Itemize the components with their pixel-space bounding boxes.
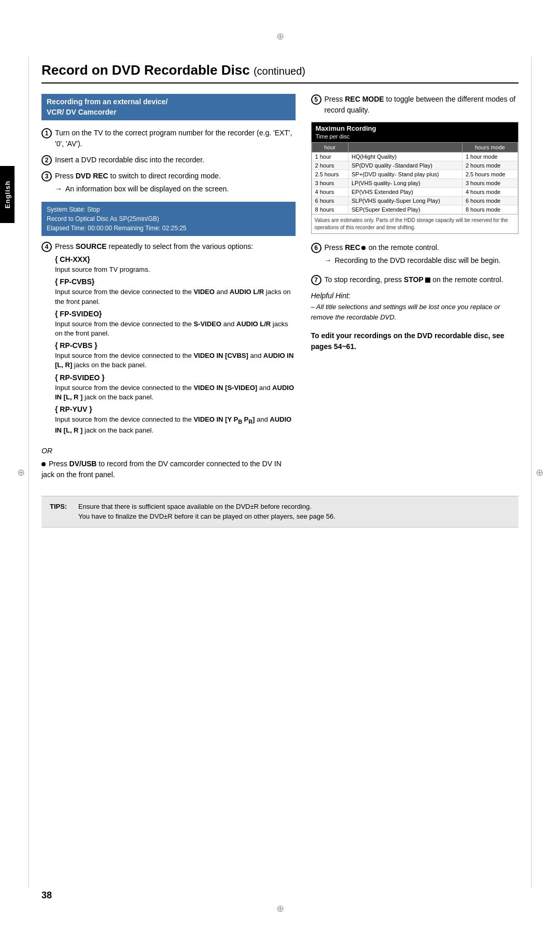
step-3-arrow: → An information box will be displayed o… — [55, 184, 229, 194]
crosshair-left-icon: ⊕ — [16, 467, 26, 478]
cell-time: 6 hours mode — [462, 197, 517, 205]
crosshair-top-icon: ⊕ — [275, 31, 285, 41]
step-2-circle: 2 — [41, 155, 52, 165]
step-1: 1 Turn on the TV to the correct program … — [41, 128, 296, 149]
step-4: 4 Press SOURCE repeatedly to select from… — [41, 241, 296, 437]
page-number: 38 — [41, 890, 52, 901]
step-6-arrow-icon: → — [325, 255, 333, 266]
step-5: 5 Press REC MODE to toggle between the d… — [311, 94, 519, 116]
rec-bullet-icon — [361, 246, 366, 250]
cell-mode: SEP(Super Extended Play) — [348, 205, 463, 214]
table-row: 2 hours SP(DVD quality -Standard Play) 2… — [312, 161, 518, 170]
main-content: Record on DVD Recordable Disc (continued… — [41, 0, 519, 569]
step-4-content: Press SOURCE repeatedly to select from t… — [55, 241, 296, 437]
cell-mode: SP+(DVD quality- Stand play plus) — [348, 170, 463, 179]
cell-hour: 3 hours — [312, 179, 348, 188]
step-3-circle: 3 — [41, 171, 52, 182]
table-row: 6 hours SLP(VHS quality-Super Long Play)… — [312, 197, 518, 205]
tips-content: Ensure that there is sufficient space av… — [78, 502, 335, 522]
option-rp-yuv: { RP-YUV } Input source from the device … — [55, 404, 296, 435]
right-column: 5 Press REC MODE to toggle between the d… — [311, 94, 519, 352]
rec-mode-table-header: Maximun Rcording Time per disc — [312, 122, 519, 142]
section-header-line1: Recording from an external device/ — [47, 98, 167, 106]
page-container: ⊕ ⊕ ⊕ ⊕ English Record on DVD Recordable… — [0, 0, 560, 945]
tips-box: TIPS: Ensure that there is sufficient sp… — [41, 496, 519, 527]
tips-line1: Ensure that there is sufficient space av… — [78, 502, 335, 512]
english-tab: English — [0, 166, 15, 223]
step-6: 6 Press REC on the remote control. → Rec… — [311, 242, 519, 268]
two-col-layout: Recording from an external device/ VCR/ … — [41, 94, 519, 480]
step-3-content: Press DVD REC to switch to direct record… — [55, 171, 229, 197]
step-5-circle: 5 — [311, 94, 321, 105]
rec-mode-table: hour hours mode 1 hour HQ(Hight Quality)… — [312, 142, 519, 214]
step-5-content: Press REC MODE to toggle between the dif… — [325, 94, 519, 116]
bottom-note: To edit your recordings on the DVD recor… — [311, 330, 519, 352]
table-row: 1 hour HQ(Hight Quality) 1 hour mode — [312, 152, 518, 161]
rec-mode-header-text: Maximun Rcording — [316, 124, 376, 132]
info-box: System State: Stop Record to Optical Dis… — [41, 202, 296, 236]
cell-hour: 4 hours — [312, 188, 348, 197]
crosshair-right-icon: ⊕ — [534, 467, 544, 478]
arrow-icon: → — [55, 184, 63, 194]
cell-hour: 1 hour — [312, 152, 348, 161]
cell-mode: HQ(Hight Quality) — [348, 152, 463, 161]
side-line-left — [29, 57, 29, 888]
option-ch-xxx: { CH-XXX} Input source from TV programs. — [55, 254, 296, 274]
rec-table-body: 1 hour HQ(Hight Quality) 1 hour mode 2 h… — [312, 152, 518, 214]
info-box-line3: Elapsed Time: 00:00:00 Remaining Time: 0… — [47, 224, 290, 233]
cell-time: 4 hours mode — [462, 188, 517, 197]
step-7: 7 To stop recording, press STOP on the r… — [311, 274, 519, 285]
rec-mode-table-wrapper: Maximun Rcording Time per disc hour hour… — [311, 122, 519, 234]
step-7-circle: 7 — [311, 275, 321, 285]
option-rp-svideo: { RP-SVIDEO } Input source from the devi… — [55, 372, 296, 402]
helpful-hint-text: – All title selections and settings will… — [311, 302, 519, 322]
step-6-circle: 6 — [311, 243, 321, 253]
page-title: Record on DVD Recordable Disc (continued… — [41, 62, 519, 84]
step-2-content: Insert a DVD recordable disc into the re… — [55, 155, 204, 165]
or-content: Press DV/USB to record from the DV camco… — [41, 458, 296, 480]
col-mode — [348, 143, 463, 152]
cell-time: 2.5 hours mode — [462, 170, 517, 179]
helpful-hint: Helpful Hint: – All title selections and… — [311, 291, 519, 322]
info-box-line2: Record to Optical Disc As SP(25min/GB) — [47, 214, 290, 224]
option-rp-cvbs: { RP-CVBS } Input source from the device… — [55, 340, 296, 370]
left-column: Recording from an external device/ VCR/ … — [41, 94, 296, 480]
option-fp-cvbs: { FP-CVBS} Input source from the device … — [55, 276, 296, 306]
or-text: OR — [41, 446, 296, 456]
step-3-arrow-text: An information box will be displayed on … — [65, 184, 229, 194]
cell-mode: SP(DVD quality -Standard Play) — [348, 161, 463, 170]
section-header-line2: VCR/ DV Camcorder — [47, 108, 117, 116]
info-box-line1: System State: Stop — [47, 205, 290, 214]
cell-hour: 8 hours — [312, 205, 348, 214]
or-section: OR Press DV/USB to record from the DV ca… — [41, 446, 296, 480]
table-row: 8 hours SEP(Super Extended Play) 8 hours… — [312, 205, 518, 214]
step-3: 3 Press DVD REC to switch to direct reco… — [41, 171, 296, 197]
cell-mode: SLP(VHS quality-Super Long Play) — [348, 197, 463, 205]
col-time: hours mode — [462, 143, 517, 152]
tips-label: TIPS: — [50, 502, 73, 522]
step-2: 2 Insert a DVD recordable disc into the … — [41, 155, 296, 165]
tips-line2: You have to finalize the DVD±R before it… — [78, 511, 335, 522]
option-fp-svideo: { FP-SVIDEO} Input source from the devic… — [55, 309, 296, 338]
cell-hour: 2 hours — [312, 161, 348, 170]
cell-time: 8 hours mode — [462, 205, 517, 214]
page-title-text: Record on DVD Recordable Disc — [41, 62, 250, 78]
cell-mode: EP(VHS Extended Play) — [348, 188, 463, 197]
cell-hour: 6 hours — [312, 197, 348, 205]
helpful-hint-title: Helpful Hint: — [311, 291, 519, 300]
section-header: Recording from an external device/ VCR/ … — [41, 94, 296, 120]
cell-time: 1 hour mode — [462, 152, 517, 161]
step-4-circle: 4 — [41, 242, 52, 252]
cell-time: 3 hours mode — [462, 179, 517, 188]
step-6-arrow-text: Recording to the DVD recordable disc wil… — [335, 255, 501, 266]
step-6-arrow: → Recording to the DVD recordable disc w… — [325, 255, 501, 266]
step-7-content: To stop recording, press STOP on the rem… — [325, 274, 503, 285]
english-tab-label: English — [4, 180, 11, 209]
side-line-right — [531, 57, 531, 888]
cell-mode: LP(VHS quality- Long play) — [348, 179, 463, 188]
cell-time: 2 hours mode — [462, 161, 517, 170]
table-row: 4 hours EP(VHS Extended Play) 4 hours mo… — [312, 188, 518, 197]
rec-mode-subheader: Time per disc — [316, 133, 350, 140]
stop-sym-icon — [425, 277, 430, 283]
table-row: 2.5 hours SP+(DVD quality- Stand play pl… — [312, 170, 518, 179]
